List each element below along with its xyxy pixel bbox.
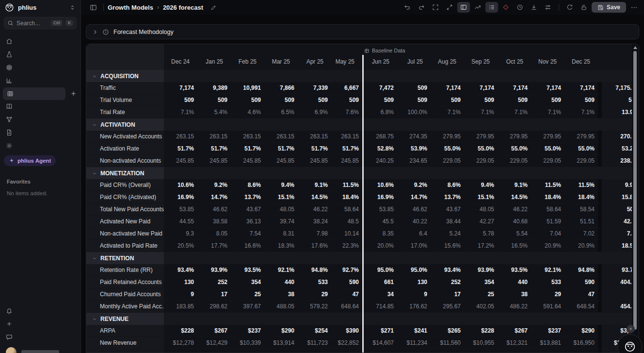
cell[interactable]: 263.15 (197, 131, 231, 142)
cell[interactable]: 17.2% (464, 240, 498, 252)
cell[interactable]: 38.44 (431, 216, 464, 227)
cell[interactable]: 7.1% (498, 106, 531, 118)
cell[interactable]: 51.7% (164, 143, 197, 154)
cell[interactable]: $12,278 (164, 337, 197, 349)
breadcrumb-parent[interactable]: Growth Models (108, 4, 153, 11)
cell[interactable]: $13,914 (264, 337, 298, 349)
cell[interactable]: 93.4% (164, 264, 197, 276)
sidebar-item-audit-logs[interactable] (0, 126, 80, 139)
scroll-up-arrow-icon[interactable] (633, 46, 637, 49)
cell[interactable]: 20.9% (531, 240, 564, 252)
cell[interactable]: $11,560 (431, 337, 464, 349)
cell[interactable]: 279.95 (498, 131, 531, 142)
cell[interactable]: $290 (564, 325, 598, 336)
cell[interactable]: 29 (298, 288, 331, 300)
cell[interactable]: $237 (231, 325, 264, 336)
cell[interactable]: 16.5% (498, 240, 531, 252)
cell[interactable]: 6.4 (397, 228, 431, 239)
cell[interactable]: 17.0% (397, 240, 431, 252)
cell[interactable]: 18.4% (531, 191, 564, 203)
cell[interactable]: 92.1% (264, 264, 298, 276)
cell[interactable]: 14.5% (298, 191, 331, 203)
cell[interactable]: 9.2% (397, 179, 431, 191)
sidebar-item-growth-models[interactable] (3, 87, 65, 100)
cell[interactable]: 509 (431, 94, 464, 106)
cell[interactable]: 17 (431, 288, 464, 300)
cell[interactable]: 7.6% (331, 106, 362, 118)
cell[interactable]: $10,955 (464, 337, 498, 349)
outline-icon[interactable] (485, 2, 498, 13)
cell[interactable]: $16,950 (564, 337, 598, 349)
cell[interactable]: 95.0% (364, 264, 397, 276)
cell[interactable]: 245.85 (197, 155, 231, 167)
cell[interactable]: $31,330 (397, 349, 431, 353)
cell[interactable]: 509 (364, 94, 397, 106)
cell[interactable]: 263.15 (264, 131, 298, 142)
cell[interactable]: 58.64 (331, 203, 362, 215)
cell[interactable]: 51.7% (264, 143, 298, 154)
cell[interactable]: 38 (498, 288, 531, 300)
cell[interactable]: 440 (498, 276, 531, 288)
cell[interactable]: 55.0% (464, 143, 498, 154)
cell[interactable]: 93.9% (464, 264, 498, 276)
cell[interactable]: 263.15 (164, 131, 197, 142)
cell[interactable]: 7,174 (431, 82, 464, 94)
cell[interactable]: 14.7% (197, 191, 231, 203)
cell[interactable]: 268.75 (364, 131, 397, 142)
cell[interactable]: 15.1% (264, 191, 298, 203)
cell[interactable]: $237 (531, 325, 564, 336)
maximize-icon[interactable] (429, 2, 442, 13)
cell[interactable]: 38 (264, 288, 298, 300)
cell[interactable]: 9.4% (264, 179, 298, 191)
cell[interactable]: 93.5% (498, 264, 531, 276)
cell[interactable]: 55.0% (564, 143, 598, 154)
cell[interactable]: 11.5% (564, 179, 598, 191)
cell[interactable]: 93.4% (431, 264, 464, 276)
cell[interactable]: 245.85 (331, 155, 362, 167)
cell[interactable]: 7.1% (531, 106, 564, 118)
cell[interactable]: $22,852 (331, 337, 362, 349)
workspace-select-icon[interactable] (69, 4, 76, 11)
cell[interactable]: 354 (231, 276, 264, 288)
cell[interactable]: 7.1% (431, 106, 464, 118)
cell[interactable]: 263.15 (298, 131, 331, 142)
cell[interactable]: 53.85 (164, 203, 197, 215)
cell[interactable]: $107,411 (264, 349, 298, 353)
cell[interactable]: 130 (164, 276, 197, 288)
cell[interactable]: 25 (464, 288, 498, 300)
cell[interactable]: $290 (264, 325, 298, 336)
cell[interactable]: 183.85 (164, 301, 197, 312)
cell[interactable]: 46.62 (197, 203, 231, 215)
cell[interactable]: 229.05 (498, 155, 531, 167)
cell[interactable]: 648.54 (564, 301, 598, 312)
cell[interactable]: $11,723 (298, 337, 331, 349)
sidebar-item-home[interactable] (0, 35, 80, 48)
cell[interactable]: 245.85 (298, 155, 331, 167)
cell[interactable]: 7.98 (298, 228, 331, 239)
cell[interactable]: 533 (531, 276, 564, 288)
cell[interactable]: 240.25 (364, 155, 397, 167)
cell[interactable]: 7.02 (564, 228, 598, 239)
cell[interactable]: 533 (298, 276, 331, 288)
cell[interactable]: 279.95 (464, 131, 498, 142)
cell[interactable]: 93.5% (231, 264, 264, 276)
sidebar-item-analytics[interactable] (0, 74, 80, 87)
cell[interactable]: 22.3% (331, 240, 362, 252)
cell[interactable]: 7,472 (364, 82, 397, 94)
cell[interactable]: 43.67 (231, 203, 264, 215)
cell[interactable]: 15.6% (431, 240, 464, 252)
sidebar-item-feedback[interactable] (0, 331, 80, 344)
redo-icon[interactable] (415, 2, 428, 13)
cell[interactable]: 8.6% (431, 179, 464, 191)
cell[interactable]: $67,178 (197, 349, 231, 353)
trend-icon[interactable] (471, 2, 484, 13)
cell[interactable]: 7.1% (464, 106, 498, 118)
sidebar-item-experiments[interactable] (0, 48, 80, 61)
cell[interactable]: 245.85 (231, 155, 264, 167)
cell[interactable]: 5.78 (464, 228, 498, 239)
cell[interactable]: 10.14 (331, 228, 362, 239)
cell[interactable]: 40.22 (397, 216, 431, 227)
cell[interactable]: 95.0% (397, 264, 431, 276)
sidebar-item-docs[interactable] (0, 100, 80, 113)
cell[interactable]: 298.62 (197, 301, 231, 312)
